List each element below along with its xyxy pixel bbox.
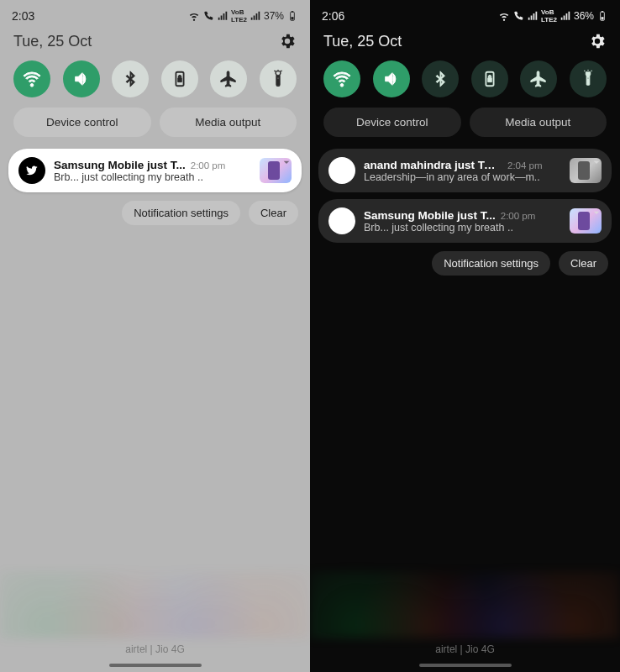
signal2-icon [250,10,261,22]
wifi-toggle[interactable] [323,60,360,97]
signal2-icon [560,10,571,22]
status-bar: 2:06 VoBLTE2 36% [310,0,620,27]
wifi-status-icon [498,10,510,22]
svg-point-5 [277,77,279,79]
svg-point-11 [587,77,589,79]
volte-label: VoBLTE2 [541,8,557,24]
bluetooth-toggle[interactable] [112,60,149,97]
nav-handle[interactable] [109,664,202,667]
notification-time: 2:00 pm [501,211,536,221]
svg-rect-1 [292,11,293,12]
volte-label: VoBLTE2 [231,8,247,24]
battery-icon [596,10,608,22]
date-text: Tue, 25 Oct [13,33,92,50]
quick-settings [310,60,620,108]
volte-status-icon [202,10,214,22]
wifi-status-icon [188,10,200,22]
media-output-chip[interactable]: Media output [160,108,297,137]
notification-body: anand mahindra just Tweet... 2:04 pm Lea… [364,159,561,183]
flashlight-toggle[interactable] [260,60,297,97]
notification-body: Samsung Mobile just T... 2:00 pm Brb... … [364,209,561,234]
notification-footer: Notification settings Clear [310,243,620,284]
svg-rect-10 [586,75,590,85]
notification-footer: Notification settings Clear [0,192,310,234]
chevron-down-icon[interactable] [280,155,293,169]
signal1-icon [217,10,229,22]
notification-item[interactable]: anand mahindra just Tweet... 2:04 pm Lea… [318,149,612,192]
signal1-icon [527,10,539,22]
carrier-label: airtel | Jio 4G [0,643,310,655]
notification-body: Samsung Mobile just T... 2:00 pm Brb... … [54,159,251,183]
svg-rect-4 [276,75,280,85]
chip-row: Device control Media output [310,108,620,149]
app-icon [328,207,355,234]
rotation-lock-toggle[interactable] [161,60,198,97]
gear-icon[interactable] [588,32,607,50]
svg-rect-2 [292,17,294,19]
notification-list: anand mahindra just Tweet... 2:04 pm Lea… [310,149,620,243]
battery-icon [286,10,298,22]
notification-item[interactable]: Samsung Mobile just T... 2:00 pm Brb... … [318,199,612,243]
status-icons: VoBLTE2 36% [498,8,608,24]
media-output-chip[interactable]: Media output [470,108,607,137]
clear-button[interactable]: Clear [249,201,298,225]
date-row: Tue, 25 Oct [0,27,310,60]
chevron-down-icon[interactable] [590,206,603,219]
notification-time: 2:00 pm [191,160,226,171]
notification-item[interactable]: Samsung Mobile just T... 2:00 pm Brb... … [8,149,302,192]
notification-subtitle: Leadership—in any area of work—m.. [364,171,561,183]
nav-handle[interactable] [419,664,512,667]
notification-title: Samsung Mobile just T... [364,209,496,222]
status-time: 2:03 [12,9,34,23]
date-text: Tue, 25 Oct [323,33,402,50]
notification-subtitle: Brb... just collecting my breath .. [364,222,561,234]
clear-button[interactable]: Clear [559,251,608,276]
phone-dark: 2:06 VoBLTE2 36% Tue, 25 Oct Device cont… [310,0,620,672]
gear-icon[interactable] [278,32,297,50]
carrier-label: airtel | Jio 4G [310,643,620,655]
battery-pct: 37% [264,10,284,22]
wifi-toggle[interactable] [13,60,50,97]
svg-rect-7 [602,11,603,12]
phone-light: 2:03 VoBLTE2 37% Tue, 25 Oct Device cont… [0,0,310,672]
status-bar: 2:03 VoBLTE2 37% [0,0,310,27]
notification-settings-button[interactable]: Notification settings [432,251,550,276]
notification-title: Samsung Mobile just T... [54,159,186,171]
volte-status-icon [512,10,524,22]
app-icon [328,157,355,184]
dock-glow [310,571,620,638]
sound-toggle[interactable] [63,60,100,97]
battery-pct: 36% [574,10,594,22]
rotation-lock-toggle[interactable] [471,60,508,97]
notification-subtitle: Brb... just collecting my breath .. [54,171,251,183]
device-control-chip[interactable]: Device control [323,108,461,137]
notification-list: Samsung Mobile just T... 2:00 pm Brb... … [0,149,310,192]
bluetooth-toggle[interactable] [422,60,459,97]
quick-settings [0,60,310,108]
status-icons: VoBLTE2 37% [188,8,298,24]
flashlight-toggle[interactable] [570,60,607,97]
notification-settings-button[interactable]: Notification settings [122,201,240,225]
device-control-chip[interactable]: Device control [13,108,151,137]
twitter-icon [18,157,45,184]
notification-time: 2:04 pm [507,160,543,171]
svg-rect-8 [602,17,604,19]
status-time: 2:06 [322,9,344,23]
dock-glow [0,571,310,638]
notification-title: anand mahindra just Tweet... [364,159,502,171]
date-row: Tue, 25 Oct [310,27,620,60]
chip-row: Device control Media output [0,108,310,149]
airplane-toggle[interactable] [210,60,247,97]
sound-toggle[interactable] [373,60,410,97]
airplane-toggle[interactable] [520,60,557,97]
chevron-down-icon[interactable] [590,155,603,169]
